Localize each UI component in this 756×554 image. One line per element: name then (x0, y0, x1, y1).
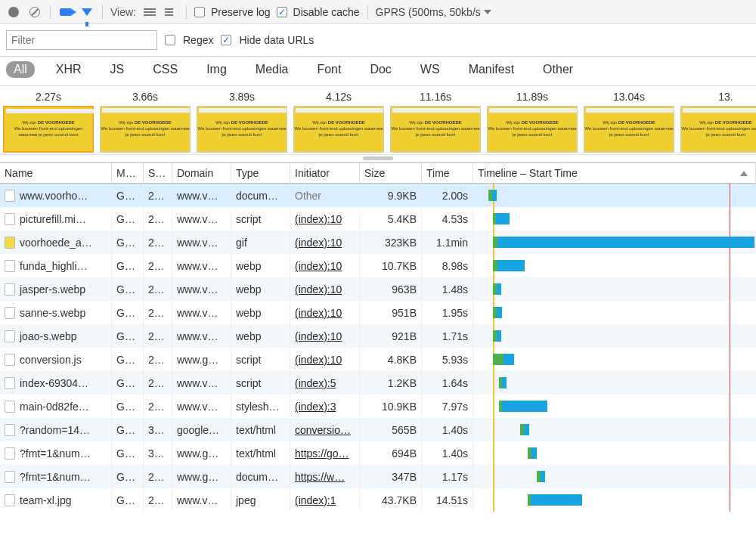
cell-name: joao-s.webp (0, 324, 112, 348)
regex-checkbox[interactable] (165, 35, 175, 45)
cell-method: G… (112, 418, 144, 441)
cell-domain: www.v… (172, 301, 231, 324)
type-chip-ws[interactable]: WS (413, 61, 448, 78)
filter-toggle-button[interactable] (79, 5, 94, 20)
cell-initiator: (index):10 (290, 277, 360, 301)
type-chip-manifest[interactable]: Manifest (461, 61, 522, 78)
cell-domain: www.v… (172, 184, 231, 207)
col-method[interactable]: M… (112, 163, 144, 184)
file-icon (5, 447, 15, 460)
cell-status: 2… (144, 231, 172, 254)
col-initiator[interactable]: Initiator (290, 163, 360, 184)
cell-status: 2… (144, 371, 172, 395)
filmstrip-frame[interactable]: 4.12sWij zijn DE VOORHOEDEWe bouwen fron… (293, 91, 384, 153)
cell-domain: www.v… (172, 277, 231, 301)
throttle-select[interactable]: GPRS (500ms, 50kb/s (376, 6, 491, 18)
timing-bar (493, 307, 502, 318)
cell-status: 2… (144, 348, 172, 371)
record-button[interactable] (6, 5, 21, 20)
col-status[interactable]: S… (144, 163, 172, 184)
separator (102, 5, 103, 19)
cell-initiator: (index):10 (290, 254, 360, 277)
cell-method: G… (112, 207, 144, 231)
cell-name: conversion.js (0, 348, 112, 371)
cell-method: G… (112, 395, 144, 418)
cell-status: 2… (144, 254, 172, 277)
hide-data-urls-checkbox[interactable] (221, 35, 231, 45)
cell-initiator: (index):10 (290, 348, 360, 371)
col-time[interactable]: Time (422, 163, 473, 184)
drag-handle[interactable] (0, 155, 756, 162)
view-list-button[interactable] (142, 5, 157, 20)
timing-bar (493, 283, 501, 295)
cell-domain: www.g… (172, 441, 231, 465)
type-chip-img[interactable]: Img (199, 61, 234, 78)
cell-status: 2… (144, 465, 172, 488)
filmstrip-frame[interactable]: 3.66sWij zijn DE VOORHOEDEWe bouwen fron… (100, 91, 191, 153)
view-frames-button[interactable] (163, 5, 178, 20)
cell-size: 10.7KB (360, 254, 422, 277)
type-chip-media[interactable]: Media (248, 61, 296, 78)
file-name: conversion.js (20, 354, 82, 366)
cell-type: jpeg (231, 488, 290, 512)
cell-name: www.voorho… (0, 184, 112, 207)
timing-bar (493, 354, 514, 365)
filmstrip-frame[interactable]: 2.27sWij zijn DE VOORHOEDEWe bouwen fron… (3, 91, 94, 153)
timing-bar (499, 377, 507, 388)
frame-thumbnail: Wij zijn DE VOORHOEDEWe bouwen front-end… (3, 106, 94, 153)
cell-time: 1.17s (422, 465, 473, 488)
cell-domain: www.v… (172, 488, 231, 512)
type-chip-css[interactable]: CSS (145, 61, 185, 78)
cell-status: 2… (144, 301, 172, 324)
disable-cache-label: Disable cache (293, 6, 360, 18)
cell-type: text/html (231, 418, 290, 441)
file-icon (5, 307, 15, 319)
hide-data-urls-label: Hide data URLs (239, 34, 314, 46)
cell-initiator: https://go… (290, 441, 360, 465)
cell-type: script (231, 371, 290, 395)
cell-size: 43.7KB (360, 488, 422, 512)
frame-time: 13.04s (613, 91, 645, 103)
file-icon (5, 213, 15, 225)
filmstrip-frame[interactable]: 11.89sWij zijn DE VOORHOEDEWe bouwen fro… (487, 91, 578, 153)
filter-input[interactable] (6, 30, 157, 50)
col-domain[interactable]: Domain (172, 163, 231, 184)
record-icon (8, 7, 19, 17)
type-chip-other[interactable]: Other (535, 61, 581, 78)
cell-time: 14.51s (422, 488, 473, 512)
cell-time: 4.53s (422, 207, 473, 231)
grip-icon (363, 156, 393, 160)
cell-method: G… (112, 301, 144, 324)
col-size[interactable]: Size (360, 163, 422, 184)
cell-status: 3… (144, 418, 172, 441)
col-timeline[interactable]: Timeline – Start Time (473, 163, 756, 184)
col-name[interactable]: Name (0, 163, 112, 184)
cell-type: stylesh… (231, 395, 290, 418)
filmstrip-frame[interactable]: 11.16sWij zijn DE VOORHOEDEWe bouwen fro… (390, 91, 481, 153)
cell-status: 3… (144, 441, 172, 465)
type-chip-all[interactable]: All (6, 61, 35, 78)
frame-thumbnail: Wij zijn DE VOORHOEDEWe bouwen front-end… (293, 106, 384, 153)
filmstrip-frame[interactable]: 13.04sWij zijn DE VOORHOEDEWe bouwen fro… (584, 91, 674, 153)
cell-status: 2… (144, 277, 172, 301)
cell-status: 2… (144, 207, 172, 231)
disable-cache-checkbox[interactable] (277, 7, 287, 17)
type-chip-doc[interactable]: Doc (362, 61, 398, 78)
file-icon (5, 377, 15, 389)
camera-icon (60, 8, 72, 16)
frame-time: 11.89s (516, 91, 548, 103)
clear-button[interactable] (27, 5, 42, 20)
type-chip-js[interactable]: JS (103, 61, 132, 78)
col-type[interactable]: Type (231, 163, 290, 184)
preserve-log-checkbox[interactable] (194, 7, 205, 17)
type-chip-font[interactable]: Font (309, 61, 349, 78)
cell-type: text/html (231, 441, 290, 465)
cell-timeline (473, 441, 756, 465)
capture-screenshots-button[interactable] (58, 5, 73, 20)
filmstrip-frame[interactable]: 13.Wij zijn DE VOORHOEDEWe bouwen front-… (680, 91, 756, 153)
file-icon (5, 354, 15, 366)
chevron-down-icon (484, 10, 491, 14)
cell-initiator: (index):1 (290, 488, 360, 512)
filmstrip-frame[interactable]: 3.89sWij zijn DE VOORHOEDEWe bouwen fron… (197, 91, 287, 153)
type-chip-xhr[interactable]: XHR (48, 61, 89, 78)
